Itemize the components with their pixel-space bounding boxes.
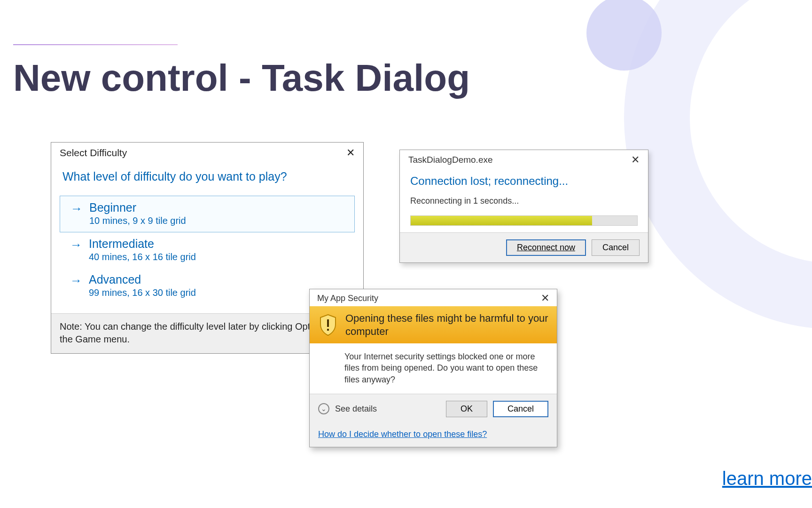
option-subtext: 10 mines, 9 x 9 tile grid <box>89 215 186 226</box>
banner-text: Opening these files might be harmful to … <box>345 312 548 338</box>
ok-button[interactable]: OK <box>446 401 487 417</box>
option-label: Beginner <box>89 201 186 214</box>
slide-title: New control - Task Dialog <box>13 56 470 100</box>
help-link[interactable]: How do I decide whether to open these fi… <box>310 424 557 447</box>
see-details-toggle[interactable]: See details <box>335 404 440 414</box>
dialog-title: Select Difficulty <box>60 147 127 159</box>
dialog-title: My App Security <box>317 294 378 303</box>
arrow-right-icon: → <box>70 273 82 289</box>
option-beginner[interactable]: → Beginner 10 mines, 9 x 9 tile grid <box>60 196 355 232</box>
content-text: Your Internet security settings blocked … <box>310 343 557 394</box>
reconnect-dialog: TaskDialogDemo.exe ✕ Connection lost; re… <box>399 150 648 263</box>
security-dialog: My App Security ✕ Opening these files mi… <box>309 289 557 447</box>
cancel-button[interactable]: Cancel <box>592 239 640 256</box>
option-label: Advanced <box>89 273 196 286</box>
progress-fill <box>411 216 592 225</box>
close-icon[interactable]: ✕ <box>541 293 549 303</box>
svg-rect-0 <box>327 319 329 327</box>
svg-rect-1 <box>327 329 329 331</box>
close-icon[interactable]: ✕ <box>346 148 355 158</box>
option-subtext: 99 mines, 16 x 30 tile grid <box>89 287 196 298</box>
arrow-right-icon: → <box>70 201 83 217</box>
reconnect-now-button[interactable]: Reconnect now <box>506 239 586 256</box>
dialog-title: TaskDialogDemo.exe <box>408 155 493 165</box>
decorative-line <box>13 44 178 45</box>
chevron-down-icon[interactable]: ⌄ <box>318 403 329 414</box>
main-instruction: What level of difficulty do you want to … <box>51 161 363 196</box>
button-label-rest: econnect now <box>523 243 575 252</box>
arrow-right-icon: → <box>70 237 82 253</box>
option-subtext: 40 mines, 16 x 16 tile grid <box>89 252 196 262</box>
progress-bar <box>410 215 638 226</box>
learn-more-link[interactable]: learn more <box>722 468 812 489</box>
close-icon[interactable]: ✕ <box>631 155 640 165</box>
option-label: Intermediate <box>89 237 196 251</box>
option-intermediate[interactable]: → Intermediate 40 mines, 16 x 16 tile gr… <box>60 232 355 268</box>
content-text: Reconnecting in 1 seconds... <box>400 191 648 211</box>
main-instruction: Connection lost; reconnecting... <box>400 168 648 191</box>
shield-warning-icon <box>318 314 338 336</box>
cancel-button[interactable]: Cancel <box>493 401 548 417</box>
